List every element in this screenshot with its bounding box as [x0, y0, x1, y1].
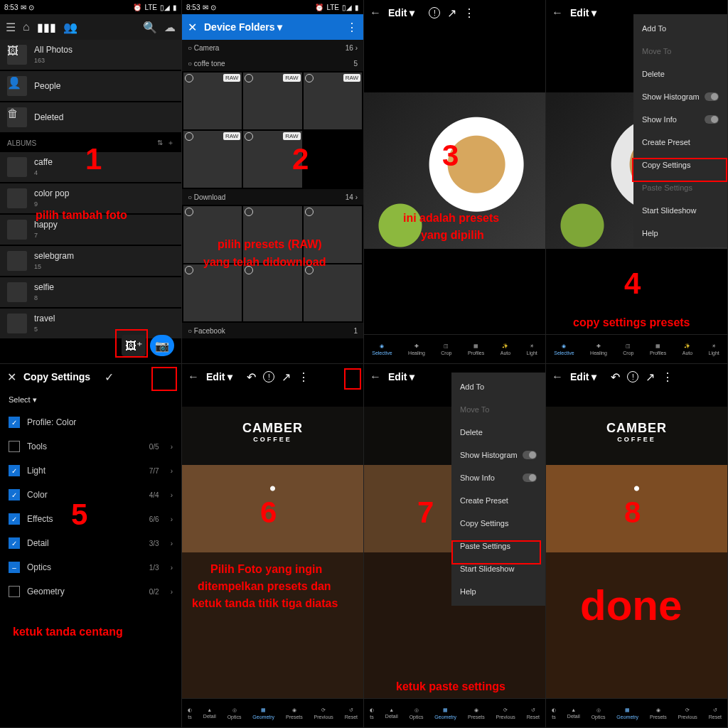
back-icon[interactable]: ← — [552, 370, 563, 383]
info-icon[interactable]: ! — [263, 371, 274, 382]
edit-title[interactable]: Edit ▾ — [206, 371, 232, 382]
toggle-off[interactable] — [523, 473, 537, 482]
folder-header[interactable]: ○ Download14 › — [182, 189, 363, 205]
checkbox-off[interactable] — [9, 586, 20, 597]
menu-show-histogram[interactable]: Show Histogram — [451, 444, 545, 466]
thumb[interactable] — [304, 264, 362, 321]
info-icon[interactable]: ! — [627, 371, 638, 382]
picker-title[interactable]: Device Folders ▾ — [204, 21, 283, 33]
tool-presets[interactable]: ◉Presets — [650, 707, 667, 719]
thumb[interactable] — [243, 206, 301, 263]
tool-auto[interactable]: ✨Auto — [682, 343, 692, 355]
people-row[interactable]: 👤 People — [0, 71, 181, 101]
toggle-off[interactable] — [523, 451, 537, 459]
tool-healing[interactable]: ✚Healing — [590, 343, 607, 355]
setting-row[interactable]: Geometry0/2› — [0, 579, 181, 604]
menu-show-histogram[interactable]: Show Histogram — [633, 85, 727, 108]
menu-add-to[interactable]: Add To — [451, 375, 545, 398]
close-icon[interactable]: ✕ — [7, 370, 16, 384]
checkbox-off[interactable] — [9, 441, 20, 452]
back-icon[interactable]: ← — [552, 6, 563, 19]
menu-delete[interactable]: Delete — [633, 63, 727, 85]
more-icon[interactable]: ⋮ — [464, 6, 475, 20]
tool-previous[interactable]: ⟳Previous — [678, 707, 697, 719]
checkbox-on[interactable]: ✓ — [9, 489, 20, 500]
home-icon[interactable]: ⌂ — [23, 21, 30, 33]
thumb[interactable]: RAW — [243, 73, 301, 129]
edit-title[interactable]: Edit ▾ — [570, 371, 596, 382]
setting-row[interactable]: ✓Effects6/6› — [0, 507, 181, 531]
setting-row[interactable]: ✓Profile: Color — [0, 410, 181, 434]
share-icon[interactable]: ↗ — [447, 6, 456, 20]
preview-image[interactable] — [546, 407, 727, 699]
tool-effects[interactable]: ◐ts — [552, 707, 556, 719]
back-icon[interactable]: ← — [370, 6, 381, 19]
tool-selective[interactable]: ◉Selective — [372, 343, 392, 355]
deleted-row[interactable]: 🗑 Deleted — [0, 102, 181, 132]
thumb[interactable]: RAW — [183, 131, 242, 188]
close-icon[interactable]: ✕ — [188, 21, 197, 34]
menu-start-slideshow[interactable]: Start Slideshow — [633, 199, 727, 222]
tool-previous[interactable]: ⟳Previous — [496, 707, 515, 719]
confirm-icon[interactable]: ✓ — [105, 370, 114, 384]
menu-help[interactable]: Help — [633, 222, 727, 245]
tool-optics[interactable]: ◎Optics — [410, 707, 424, 719]
menu-copy-settings[interactable]: Copy Settings — [451, 512, 545, 535]
checkbox-partial[interactable]: – — [9, 562, 20, 573]
tool-geometry[interactable]: ▦Geometry — [434, 707, 456, 719]
setting-row[interactable]: Tools0/5› — [0, 434, 181, 459]
tool-effects[interactable]: ◐ts — [370, 707, 374, 719]
folder-header[interactable]: ○ Facebook1 — [182, 323, 363, 338]
menu-show-info[interactable]: Show Info — [451, 466, 545, 489]
more-icon[interactable]: ⋮ — [346, 21, 358, 34]
tool-effects[interactable]: ◐ts — [188, 707, 192, 719]
toggle-off[interactable] — [705, 115, 719, 124]
share-icon[interactable]: ↗ — [282, 370, 291, 384]
tool-crop[interactable]: ◫Crop — [441, 343, 451, 355]
menu-add-to[interactable]: Add To — [633, 17, 727, 40]
library-icon[interactable]: ▮▮▮ — [37, 21, 56, 34]
setting-row[interactable]: ✓Light7/7› — [0, 459, 181, 483]
tool-crop[interactable]: ◫Crop — [623, 343, 633, 355]
tool-reset[interactable]: ↺Reset — [527, 707, 540, 719]
folder-header[interactable]: ○ coffe tone5 — [182, 55, 363, 71]
back-icon[interactable]: ← — [370, 370, 381, 383]
info-icon[interactable]: ! — [429, 7, 440, 18]
back-icon[interactable]: ← — [188, 370, 199, 383]
folder-header[interactable]: ○ Camera16 › — [182, 40, 363, 55]
tool-detail[interactable]: ▲Detail — [203, 707, 216, 719]
search-icon[interactable]: 🔍 — [143, 21, 157, 34]
undo-icon[interactable]: ↶ — [611, 370, 620, 384]
sort-icon[interactable]: ⇅ — [157, 139, 163, 146]
share-icon[interactable]: ↗ — [646, 370, 655, 384]
tool-light[interactable]: ☀Light — [709, 343, 719, 355]
thumb[interactable]: RAW — [304, 73, 362, 129]
tool-profiles[interactable]: ▦Profiles — [468, 343, 484, 355]
tool-profiles[interactable]: ▦Profiles — [650, 343, 666, 355]
all-photos-row[interactable]: 🖼 All Photos163 — [0, 40, 181, 70]
edit-title[interactable]: Edit ▾ — [388, 7, 414, 18]
more-icon[interactable]: ⋮ — [662, 370, 673, 384]
tool-optics[interactable]: ◎Optics — [592, 707, 606, 719]
toggle-off[interactable] — [705, 92, 719, 101]
tool-selective[interactable]: ◉Selective — [554, 343, 574, 355]
tool-reset[interactable]: ↺Reset — [345, 707, 358, 719]
menu-delete[interactable]: Delete — [451, 421, 545, 444]
checkbox-on[interactable]: ✓ — [9, 537, 20, 549]
add-album-icon[interactable]: ＋ — [167, 139, 174, 146]
tool-optics[interactable]: ◎Optics — [228, 707, 242, 719]
checkbox-on[interactable]: ✓ — [9, 417, 20, 428]
camera-button[interactable]: 📷 — [150, 335, 174, 356]
menu-create-preset[interactable]: Create Preset — [633, 131, 727, 154]
menu-create-preset[interactable]: Create Preset — [451, 489, 545, 512]
menu-help[interactable]: Help — [451, 580, 545, 603]
cloud-icon[interactable]: ☁ — [164, 21, 176, 34]
tool-detail[interactable]: ▲Detail — [385, 707, 398, 719]
checkbox-on[interactable]: ✓ — [9, 465, 20, 476]
undo-icon[interactable]: ↶ — [247, 370, 256, 384]
thumb[interactable] — [243, 264, 301, 321]
menu-show-info[interactable]: Show Info — [633, 108, 727, 131]
preview-image[interactable] — [182, 407, 363, 699]
checkbox-on[interactable]: ✓ — [9, 513, 20, 525]
thumb[interactable] — [183, 264, 242, 321]
